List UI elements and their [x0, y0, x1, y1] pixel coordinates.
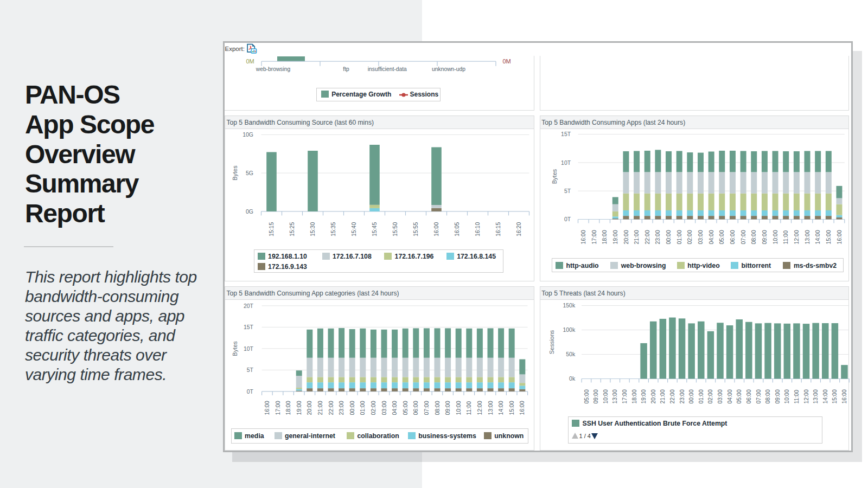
- svg-text:16:15: 16:15: [495, 222, 501, 236]
- svg-text:16:00: 16:00: [841, 389, 847, 403]
- svg-text:10T: 10T: [561, 159, 571, 165]
- svg-text:06:00: 06:00: [729, 230, 736, 244]
- svg-text:12:00: 12:00: [476, 401, 483, 415]
- svg-text:16:00: 16:00: [835, 230, 842, 244]
- svg-text:17:00: 17:00: [621, 389, 628, 403]
- svg-text:10G: 10G: [242, 131, 253, 138]
- svg-text:08:00: 08:00: [434, 401, 441, 415]
- svg-text:0M: 0M: [503, 58, 511, 65]
- svg-text:15:50: 15:50: [392, 222, 398, 236]
- svg-text:0T: 0T: [564, 216, 571, 222]
- svg-text:19:00: 19:00: [640, 389, 647, 403]
- svg-text:15:30: 15:30: [309, 222, 316, 236]
- svg-text:19:00: 19:00: [612, 230, 618, 244]
- svg-text:03:00: 03:00: [697, 230, 704, 244]
- svg-text:00:00: 00:00: [665, 230, 672, 244]
- svg-text:21:00: 21:00: [317, 401, 323, 415]
- svg-text:06:00: 06:00: [745, 389, 752, 403]
- svg-text:05:00: 05:00: [718, 230, 725, 244]
- svg-text:15T: 15T: [244, 324, 254, 330]
- svg-text:Bytes: Bytes: [232, 341, 238, 356]
- svg-text:03:00: 03:00: [717, 389, 723, 403]
- svg-text:12:00: 12:00: [802, 389, 809, 403]
- svg-text:17:00: 17:00: [275, 401, 281, 415]
- svg-text:Bytes: Bytes: [551, 169, 558, 184]
- svg-text:10T: 10T: [244, 345, 254, 352]
- svg-text:23:00: 23:00: [338, 401, 344, 415]
- svg-text:23:00: 23:00: [654, 230, 661, 244]
- svg-text:unknown-udp: unknown-udp: [432, 66, 465, 72]
- svg-text:11:00: 11:00: [465, 401, 472, 415]
- svg-text:22:00: 22:00: [669, 389, 675, 403]
- svg-text:5G: 5G: [246, 169, 253, 176]
- svg-text:22:00: 22:00: [328, 401, 334, 415]
- svg-text:02:00: 02:00: [686, 230, 693, 244]
- svg-text:10:00: 10:00: [455, 401, 462, 415]
- svg-text:15T: 15T: [561, 131, 571, 137]
- svg-text:09:00: 09:00: [444, 401, 451, 415]
- svg-text:13:00: 13:00: [812, 389, 819, 403]
- svg-text:web-browsing: web-browsing: [256, 66, 291, 72]
- svg-text:16:00: 16:00: [580, 230, 586, 244]
- svg-text:15:15: 15:15: [268, 222, 275, 236]
- svg-text:21:00: 21:00: [659, 389, 666, 403]
- svg-text:16:00: 16:00: [433, 222, 439, 236]
- svg-text:20:00: 20:00: [306, 401, 312, 415]
- svg-text:18:00: 18:00: [630, 389, 637, 403]
- svg-text:05:00: 05:00: [402, 401, 409, 415]
- svg-text:Sessions: Sessions: [548, 330, 554, 354]
- svg-text:16:10: 16:10: [474, 222, 481, 236]
- svg-text:16:00: 16:00: [519, 401, 525, 415]
- svg-text:0M: 0M: [246, 58, 254, 65]
- svg-text:14:00: 14:00: [497, 401, 504, 415]
- svg-text:5T: 5T: [564, 187, 571, 194]
- svg-text:15:25: 15:25: [289, 222, 295, 236]
- svg-text:00:00: 00:00: [349, 401, 355, 415]
- svg-text:14:00: 14:00: [822, 389, 828, 403]
- svg-text:ftp: ftp: [343, 66, 349, 72]
- svg-text:16:05: 16:05: [454, 222, 460, 236]
- svg-text:08:00: 08:00: [750, 230, 757, 244]
- svg-text:11:00: 11:00: [793, 390, 800, 404]
- svg-text:09:00: 09:00: [592, 389, 599, 403]
- svg-text:15:55: 15:55: [412, 222, 419, 236]
- svg-text:10:00: 10:00: [783, 389, 790, 403]
- svg-text:0k: 0k: [569, 375, 576, 382]
- svg-text:15:00: 15:00: [831, 389, 838, 403]
- svg-text:15:00: 15:00: [825, 230, 832, 244]
- svg-text:21:00: 21:00: [633, 230, 640, 244]
- svg-text:09:00: 09:00: [774, 389, 781, 403]
- svg-text:08:00: 08:00: [764, 389, 771, 403]
- svg-text:03:00: 03:00: [381, 401, 387, 415]
- svg-text:13:00: 13:00: [611, 389, 618, 403]
- svg-text:07:00: 07:00: [755, 389, 761, 403]
- svg-text:50k: 50k: [566, 351, 576, 357]
- svg-text:01:00: 01:00: [359, 401, 366, 415]
- svg-text:15:45: 15:45: [371, 222, 378, 236]
- svg-text:07:00: 07:00: [423, 401, 430, 415]
- svg-text:01:00: 01:00: [676, 230, 682, 244]
- svg-text:02:00: 02:00: [707, 389, 713, 403]
- svg-text:14:00: 14:00: [814, 230, 821, 244]
- svg-text:20:00: 20:00: [622, 230, 629, 244]
- svg-text:04:00: 04:00: [726, 389, 733, 403]
- svg-text:20T: 20T: [244, 303, 254, 309]
- svg-text:09:00: 09:00: [761, 230, 768, 244]
- svg-text:19:00: 19:00: [296, 401, 302, 415]
- svg-text:13:00: 13:00: [487, 401, 494, 415]
- svg-text:100k: 100k: [563, 326, 576, 333]
- svg-text:18:00: 18:00: [601, 230, 608, 244]
- svg-text:Bytes: Bytes: [232, 165, 238, 180]
- svg-text:07:00: 07:00: [740, 230, 746, 244]
- svg-text:5T: 5T: [247, 367, 254, 373]
- svg-text:05:00: 05:00: [583, 389, 589, 403]
- svg-text:00:00: 00:00: [688, 389, 694, 403]
- svg-text:12:00: 12:00: [793, 230, 800, 244]
- svg-text:13:00: 13:00: [803, 230, 810, 244]
- svg-text:0G: 0G: [246, 208, 253, 214]
- svg-text:05:00: 05:00: [736, 389, 742, 403]
- svg-text:04:00: 04:00: [391, 401, 398, 415]
- svg-text:10:00: 10:00: [771, 230, 778, 244]
- svg-text:15:00: 15:00: [508, 401, 515, 415]
- svg-text:06:00: 06:00: [412, 401, 419, 415]
